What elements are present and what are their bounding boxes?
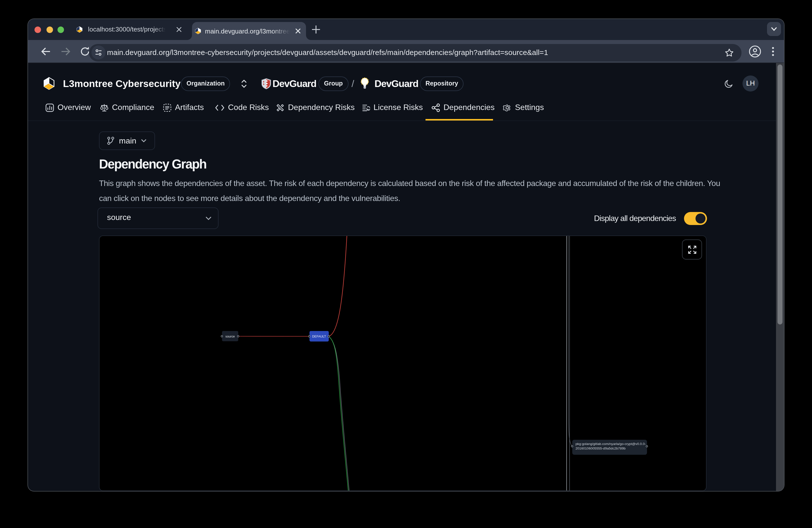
svg-text:20160106005555-d9a5dc2b789b: 20160106005555-d9a5dc2b789b — [576, 446, 625, 450]
svg-text:source: source — [225, 335, 235, 338]
svg-text:pkg:golang/gitlab.com/nyarla/g: pkg:golang/gitlab.com/nyarla/go-crypt@v0… — [576, 442, 646, 446]
svg-text:DEFAULT: DEFAULT — [312, 335, 326, 338]
